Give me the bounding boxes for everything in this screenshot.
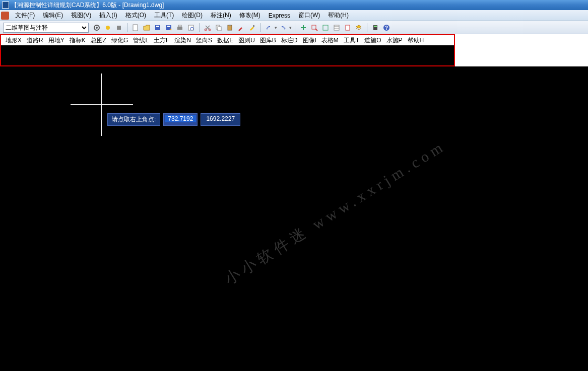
brush-icon[interactable] — [247, 23, 257, 33]
sheet-icon[interactable] — [343, 23, 353, 33]
menu-window[interactable]: 窗口(W) — [294, 10, 324, 21]
svg-rect-17 — [228, 25, 232, 30]
sm-waterfac[interactable]: 水施P — [384, 35, 405, 46]
crosshair-horizontal — [71, 104, 133, 105]
workspace-gear-icon[interactable] — [92, 23, 102, 33]
watermark: 小小软件迷 www.xxrjm.com — [221, 136, 450, 289]
svg-rect-20 — [312, 25, 316, 29]
menu-tools[interactable]: 工具(T) — [150, 10, 178, 21]
saveas-icon[interactable] — [164, 23, 174, 33]
dynamic-input-tooltip: 请点取右上角点: 732.7192 1692.2227 — [107, 113, 240, 126]
sm-table[interactable]: 表格M — [319, 35, 341, 46]
open-icon[interactable] — [142, 23, 152, 33]
calculator-icon[interactable] — [370, 23, 380, 33]
svg-rect-3 — [117, 26, 121, 30]
toolbar-separator — [199, 23, 200, 32]
menu-view[interactable]: 视图(V) — [67, 10, 95, 21]
main-menubar: 文件(F) 编辑(E) 视图(V) 插入(I) 格式(O) 工具(T) 绘图(D… — [0, 10, 588, 21]
pan-icon[interactable] — [298, 23, 308, 33]
sun-icon[interactable] — [103, 23, 113, 33]
sm-image[interactable]: 图像I — [300, 35, 319, 46]
drawing-canvas[interactable]: 请点取右上角点: 732.7192 1692.2227 小小软件迷 www.xx… — [0, 66, 588, 371]
help-icon[interactable]: ? — [381, 23, 391, 33]
main-toolbar: 二维草图与注释 ▾ ▾ ? — [0, 21, 588, 34]
svg-rect-18 — [229, 25, 231, 26]
svg-rect-19 — [253, 25, 254, 27]
sm-earth[interactable]: 土方F — [151, 35, 172, 46]
svg-rect-4 — [133, 25, 138, 31]
toolbar-separator — [367, 23, 367, 32]
app-menu-icon[interactable] — [1, 12, 9, 20]
menu-help[interactable]: 帮助(H) — [324, 10, 353, 21]
window-title: 【湘源控制性详细规划CAD系统】6.0版 - [Drawing1.dwg] — [11, 1, 164, 10]
sm-vertical[interactable]: 竖向S — [193, 35, 215, 46]
redo-icon[interactable] — [278, 23, 288, 33]
sm-green[interactable]: 绿化G — [109, 35, 130, 46]
tool-icon[interactable] — [114, 23, 124, 33]
sm-roadfac[interactable]: 道施O — [362, 35, 383, 46]
zoom-prev-icon[interactable] — [320, 23, 331, 33]
toolbar-separator — [260, 23, 260, 32]
title-bar: 【湘源控制性详细规划CAD系统】6.0版 - [Drawing1.dwg] — [0, 0, 588, 10]
sm-dim[interactable]: 标注D — [279, 35, 300, 46]
menu-edit[interactable]: 编辑(E) — [39, 10, 67, 21]
properties-icon[interactable] — [332, 23, 342, 33]
new-icon[interactable] — [130, 23, 141, 33]
menu-file[interactable]: 文件(F) — [11, 10, 39, 21]
coord-y-input[interactable]: 1692.2227 — [201, 113, 240, 126]
sm-tool[interactable]: 工具T — [341, 35, 362, 46]
zoom-window-icon[interactable] — [309, 23, 319, 33]
svg-point-2 — [106, 26, 110, 30]
layer-icon[interactable] — [354, 23, 364, 33]
crosshair-vertical — [101, 73, 102, 136]
toolbar-separator — [127, 23, 127, 32]
svg-rect-22 — [334, 25, 339, 30]
toolbar-separator — [295, 23, 295, 32]
print-preview-icon[interactable] — [186, 23, 196, 33]
prompt-label: 请点取右上角点: — [107, 113, 160, 126]
save-icon[interactable] — [153, 23, 163, 33]
sm-help[interactable]: 帮助H — [405, 35, 427, 46]
copy-icon[interactable] — [214, 23, 224, 33]
svg-text:?: ? — [385, 25, 388, 31]
svg-rect-25 — [346, 25, 350, 30]
app-icon — [2, 2, 9, 9]
svg-rect-21 — [323, 25, 328, 30]
coord-x-input[interactable]: 732.7192 — [163, 113, 198, 126]
menu-modify[interactable]: 修改(M) — [235, 10, 265, 21]
print-icon[interactable] — [175, 23, 185, 33]
menu-dim[interactable]: 标注(N) — [207, 10, 235, 21]
plugin-menubar: 地形X 道路R 用地Y 指标K 总图Z 绿化G 管线L 土方F 渲染N 竖向S … — [0, 34, 455, 45]
menu-draw[interactable]: 绘图(D) — [178, 10, 207, 21]
sm-land[interactable]: 用地Y — [46, 35, 67, 46]
menu-insert[interactable]: 插入(I) — [95, 10, 121, 21]
sm-render[interactable]: 渲染N — [172, 35, 193, 46]
sm-road[interactable]: 道路R — [24, 35, 46, 46]
menu-express[interactable]: Express — [265, 11, 294, 20]
svg-rect-16 — [218, 27, 221, 31]
sm-general[interactable]: 总图Z — [88, 35, 109, 46]
menu-format[interactable]: 格式(O) — [121, 10, 150, 21]
svg-rect-9 — [177, 27, 182, 30]
sm-terrain[interactable]: 地形X — [3, 35, 24, 46]
svg-rect-6 — [156, 26, 159, 27]
paste-icon[interactable] — [225, 23, 235, 33]
sm-lib[interactable]: 图库B — [257, 35, 279, 46]
highlight-annotation-box — [0, 45, 455, 66]
redo-dropdown-icon[interactable]: ▾ — [289, 25, 292, 30]
svg-rect-10 — [178, 25, 181, 27]
svg-point-1 — [96, 27, 98, 29]
workspace-select[interactable]: 二维草图与注释 — [3, 23, 89, 33]
svg-rect-8 — [167, 26, 170, 27]
sm-index[interactable]: 指标K — [67, 35, 88, 46]
cut-icon[interactable] — [203, 23, 213, 33]
sm-data[interactable]: 数据E — [215, 35, 236, 46]
undo-dropdown-icon[interactable]: ▾ — [275, 25, 277, 30]
undo-icon[interactable] — [264, 23, 274, 33]
svg-rect-27 — [374, 26, 377, 27]
match-icon[interactable] — [236, 23, 246, 33]
sm-rule[interactable]: 图则U — [236, 35, 257, 46]
sm-pipe[interactable]: 管线L — [130, 35, 151, 46]
